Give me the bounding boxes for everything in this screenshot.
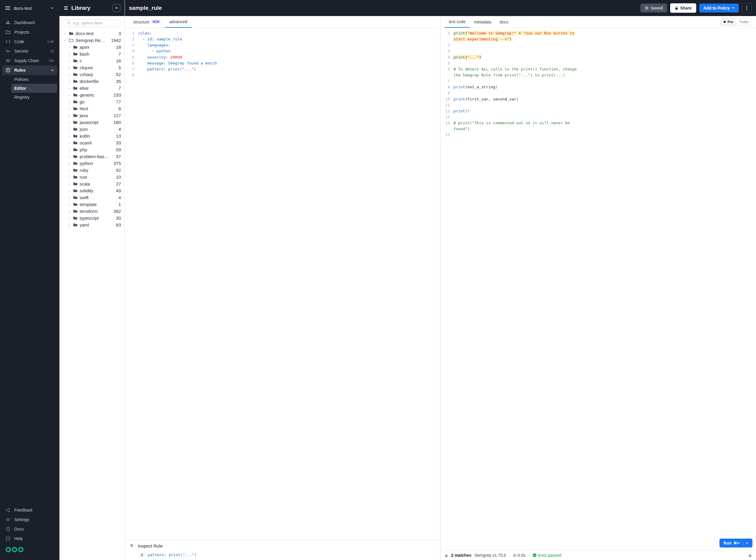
engine-turbo[interactable]: Turbo (737, 19, 751, 25)
add-to-policy-button[interactable]: Add to Policy (699, 4, 739, 13)
saved-button[interactable]: Saved (640, 4, 667, 13)
tree-folder[interactable]: ›python375 (62, 160, 122, 167)
nav-rules[interactable]: Rules (2, 65, 57, 75)
caret-right-icon: › (67, 196, 71, 199)
more-menu-button[interactable] (742, 3, 752, 13)
nav-help[interactable]: ? Help (0, 534, 59, 543)
tree-folder[interactable]: ›problem-bas…37 (62, 153, 122, 160)
tree-folder[interactable]: ›json4 (62, 126, 122, 133)
gear-icon (5, 517, 11, 522)
nav-label: Editor (14, 86, 26, 91)
nav-dashboard[interactable]: Dashboard (0, 18, 59, 27)
tree-count: 92 (116, 168, 121, 173)
tree-count: 16 (116, 58, 121, 63)
org-name[interactable]: docs-test (14, 6, 47, 11)
nav-policies[interactable]: Policies (11, 75, 59, 84)
tab-metadata[interactable]: metadata (470, 17, 495, 27)
folder-icon (73, 195, 78, 200)
tree-folder[interactable]: ›clojure5 (62, 64, 122, 71)
share-button[interactable]: Share (670, 3, 696, 13)
tree-folder[interactable]: ›bash7 (62, 51, 122, 57)
tab-advanced[interactable]: advanced (165, 16, 192, 28)
sidebar-header: docs-test (0, 0, 59, 16)
test-code-editor[interactable]: 1print("Welcome to Semgrep!" + "Use our … (441, 28, 756, 550)
menu-icon[interactable] (5, 6, 10, 10)
nav-editor[interactable]: Editor (11, 84, 57, 93)
tree-folder[interactable]: ›php59 (62, 146, 122, 153)
nav-feedback[interactable]: Feedback (0, 505, 59, 515)
tree-folder[interactable]: ›kotlin13 (62, 133, 122, 139)
tree-folder[interactable]: ›template1 (62, 201, 122, 208)
inspect-rule-bar[interactable]: Inspect Rule (125, 540, 440, 552)
rule-code-editor[interactable]: 1rules: 2 - id: sample_rule 3 languages:… (125, 28, 440, 540)
search-input[interactable]: e.g.: python.flask (63, 19, 121, 27)
tab-test-code[interactable]: test code (445, 16, 470, 28)
tree-folder[interactable]: ›generic233 (62, 92, 122, 98)
nav-label: Help (14, 536, 23, 541)
nav-registry[interactable]: Registry (11, 93, 59, 102)
tree-folder[interactable]: ›solidity49 (62, 187, 122, 194)
tree-folder[interactable]: ›rust10 (62, 174, 122, 180)
folder-icon (5, 30, 11, 35)
keyboard-shortcut: ⌘↩ (733, 541, 740, 545)
tree-label: Semgrep Re… (76, 38, 109, 43)
brand-logo[interactable] (0, 543, 59, 556)
tree-folder[interactable]: ›apex18 (62, 44, 122, 51)
tree-folder[interactable]: › docs-test 3 (62, 30, 122, 37)
tree-folder[interactable]: ›go77 (62, 98, 122, 105)
nav-secrets[interactable]: Secrets 32 (0, 46, 59, 56)
tree-folder[interactable]: ›ruby92 (62, 167, 122, 174)
tree-label: terraform (80, 209, 112, 214)
match-count-pill: 2 (139, 553, 145, 557)
tree-label: scala (80, 181, 114, 186)
caret-right-icon: › (67, 182, 71, 186)
tree-folder[interactable]: ›java127 (62, 112, 122, 119)
tree-folder[interactable]: ›dockerfile35 (62, 78, 122, 85)
tree-label: kotlin (80, 134, 114, 139)
tree-folder[interactable]: ›yaml83 (62, 221, 122, 228)
folder-icon (69, 31, 74, 36)
tree-folder[interactable]: ›swift4 (62, 194, 122, 201)
expand-icon[interactable] (445, 554, 448, 557)
nav-rules-sub: Policies Editor Registry (0, 75, 59, 102)
tree-folder[interactable]: ›elixir7 (62, 85, 122, 92)
tree-count: 7 (119, 86, 121, 91)
tree-folder[interactable]: ›html6 (62, 105, 122, 112)
tree-folder[interactable]: › Semgrep Re… 1942 (62, 37, 122, 44)
tree-folder[interactable]: ›javascript180 (62, 119, 122, 126)
tab-structure[interactable]: structure NEW (129, 17, 165, 27)
nav-projects[interactable]: Projects (0, 27, 59, 37)
tree-label: apex (80, 45, 114, 49)
nav-supply-chain[interactable]: Supply Chain 235 (0, 56, 59, 65)
tree-label: html (80, 106, 117, 111)
chart-icon (5, 20, 11, 25)
tree-folder[interactable]: ›ocaml33 (62, 139, 122, 146)
tree-folder[interactable]: ›c16 (62, 57, 122, 64)
nav-settings[interactable]: Settings (0, 515, 59, 524)
tab-docs[interactable]: docs (495, 17, 513, 27)
tree-folder[interactable]: ›csharp52 (62, 71, 122, 78)
run-button[interactable]: Run ⌘↩ (719, 539, 752, 547)
tree-label: docs-test (76, 31, 117, 36)
tree-folder[interactable]: ›typescript30 (62, 215, 122, 221)
folder-icon (73, 154, 78, 159)
expand-icon-right[interactable] (748, 554, 752, 557)
nav-docs[interactable]: Docs (0, 524, 59, 534)
folder-icon (73, 86, 78, 91)
engine-toggle[interactable]: Pro Turbo (720, 18, 752, 25)
new-rule-button[interactable]: + (113, 4, 120, 12)
tree-label: swift (80, 195, 117, 200)
inspect-title: Inspect Rule (138, 543, 163, 548)
tree-folder[interactable]: ›terraform362 (62, 208, 122, 215)
editor-main: sample_rule Saved Share Add to Policy st… (125, 0, 756, 560)
tab-label: test code (449, 19, 466, 24)
sidebar-bottom: Feedback Settings Docs ? Help (0, 503, 59, 560)
svg-point-2 (7, 519, 9, 520)
tree-folder[interactable]: ›scala27 (62, 180, 122, 187)
tree-count: 1 (119, 202, 121, 207)
engine-pro[interactable]: Pro (721, 19, 736, 25)
chevron-down-icon[interactable] (50, 6, 54, 10)
nav-code[interactable]: Code 5.9K (0, 37, 59, 46)
tree-label: go (80, 99, 114, 104)
rule-tabs: structure NEW advanced (125, 16, 440, 28)
